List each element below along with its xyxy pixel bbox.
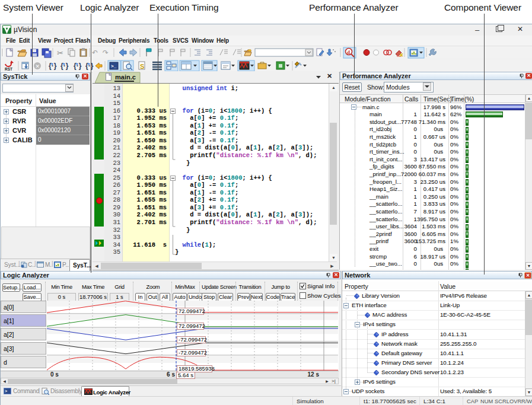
svg-text:{·}: {·}	[85, 62, 94, 70]
svg-text:↶: ↶	[92, 49, 98, 57]
svg-text:d: d	[347, 49, 350, 55]
svg-text:✕: ✕	[36, 63, 40, 69]
svg-text:✕: ✕	[399, 52, 404, 58]
svg-text:RST: RST	[5, 67, 12, 71]
svg-text:{·}: {·}	[60, 62, 69, 70]
svg-text:✦: ✦	[248, 48, 252, 53]
svg-text:✂: ✂	[57, 49, 63, 58]
svg-text:>_: >_	[111, 63, 117, 69]
svg-text:>: >	[5, 389, 7, 393]
svg-text:↷: ↷	[103, 49, 109, 57]
svg-text:{·}: {·}	[74, 62, 82, 70]
svg-text:S: S	[140, 63, 144, 70]
svg-text:{·}: {·}	[49, 62, 57, 70]
